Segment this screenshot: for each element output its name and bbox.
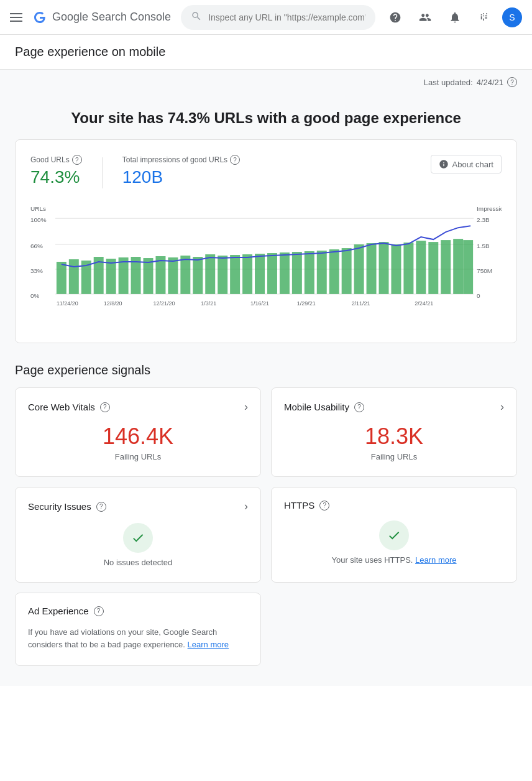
notifications-button[interactable] [443, 5, 467, 30]
svg-text:2/11/21: 2/11/21 [352, 300, 370, 307]
page-title-bar: Page experience on mobile [0, 35, 532, 70]
svg-text:66%: 66% [30, 243, 43, 249]
https-status-text: Your site uses HTTPS. Learn more [331, 555, 456, 565]
header-actions: S [383, 5, 522, 30]
good-urls-help-icon[interactable]: ? [72, 155, 82, 165]
google-logo-icon [32, 10, 47, 25]
svg-text:11/24/20: 11/24/20 [57, 300, 78, 307]
core-web-vitals-help-icon[interactable]: ? [100, 402, 110, 412]
svg-rect-39 [367, 243, 377, 294]
help-button[interactable] [383, 5, 408, 30]
good-urls-stat: Good URLs ? 74.3% [30, 155, 82, 187]
svg-rect-37 [342, 248, 352, 294]
core-web-vitals-metric: 146.4K Failing URLs [28, 423, 248, 461]
signal-card-title-ad-experience: Ad Experience [28, 606, 89, 616]
ad-experience-learn-more-link[interactable]: Learn more [188, 640, 229, 649]
svg-rect-34 [305, 251, 314, 294]
svg-rect-31 [267, 253, 277, 294]
svg-text:750M: 750M [477, 267, 492, 274]
header: Google Search Console S [0, 0, 532, 35]
svg-text:12/21/20: 12/21/20 [153, 300, 175, 307]
signal-card-header-security: Security Issues ? › [28, 500, 248, 513]
search-bar[interactable] [181, 5, 375, 30]
impressions-help-icon[interactable]: ? [230, 155, 240, 165]
svg-rect-36 [329, 249, 339, 294]
svg-text:33%: 33% [30, 267, 43, 274]
signal-card-header-core-web-vitals: Core Web Vitals ? › [28, 400, 248, 414]
last-updated-label: Last updated: [424, 78, 473, 87]
svg-rect-22 [155, 256, 165, 294]
https-help-icon[interactable]: ? [319, 501, 329, 511]
svg-rect-40 [379, 242, 389, 294]
svg-text:1/3/21: 1/3/21 [201, 300, 216, 307]
signal-title-row-security: Security Issues ? [28, 501, 106, 512]
svg-rect-43 [416, 241, 426, 294]
search-input[interactable] [208, 12, 365, 22]
signals-title: Page experience signals [15, 363, 517, 377]
signal-title-row-mobile: Mobile Usability ? [284, 402, 364, 412]
main-content: Last updated: 4/24/21 ? Your site has 74… [0, 70, 532, 686]
menu-icon[interactable] [10, 13, 22, 22]
security-issues-help-icon[interactable]: ? [96, 502, 106, 512]
impressions-label: Total impressions of good URLs ? [122, 155, 240, 165]
svg-text:0: 0 [477, 292, 480, 299]
core-web-vitals-chevron-icon[interactable]: › [244, 400, 248, 414]
core-web-vitals-sublabel: Failing URLs [28, 452, 248, 461]
chart-area: URLs 100% 66% 33% 0% 2.3B 1.5B 750M 0 Im… [30, 193, 502, 333]
svg-rect-15 [69, 259, 79, 294]
svg-rect-26 [205, 254, 215, 294]
header-logo: Google Search Console [32, 10, 171, 25]
signal-card-mobile-usability: Mobile Usability ? › 18.3K Failing URLs [271, 387, 517, 477]
apps-button[interactable] [472, 5, 497, 30]
https-check-circle [379, 520, 409, 550]
last-updated-date: 4/24/21 [477, 78, 503, 87]
signal-card-https: HTTPS ? Your site uses HTTPS. Learn more [271, 487, 517, 583]
avatar[interactable]: S [502, 7, 522, 27]
security-issues-chevron-icon[interactable]: › [244, 500, 248, 513]
last-updated-help-icon[interactable]: ? [507, 77, 517, 87]
users-button[interactable] [413, 5, 438, 30]
signal-card-title-https: HTTPS [284, 500, 314, 511]
mobile-usability-value: 18.3K [284, 423, 504, 450]
signal-title-row-https: HTTPS ? [284, 500, 329, 511]
good-urls-label: Good URLs ? [30, 155, 82, 165]
svg-rect-25 [193, 257, 203, 294]
svg-rect-41 [391, 244, 401, 294]
about-chart-button[interactable]: About chart [431, 155, 502, 173]
https-status: Your site uses HTTPS. Learn more [284, 520, 504, 565]
svg-rect-28 [230, 255, 240, 294]
https-learn-more-link[interactable]: Learn more [415, 555, 456, 565]
signal-card-security-issues: Security Issues ? › No issues detected [15, 487, 261, 583]
svg-text:0%: 0% [30, 292, 40, 299]
mobile-usability-help-icon[interactable]: ? [354, 402, 364, 412]
core-web-vitals-value: 146.4K [28, 423, 248, 450]
chart-svg: URLs 100% 66% 33% 0% 2.3B 1.5B 750M 0 Im… [30, 193, 502, 330]
svg-rect-35 [317, 251, 327, 294]
ad-experience-help-icon[interactable]: ? [94, 606, 104, 616]
impressions-stat: Total impressions of good URLs ? 120B [122, 155, 240, 187]
svg-rect-44 [428, 242, 438, 294]
signal-card-ad-experience: Ad Experience ? If you have ad violation… [15, 593, 261, 666]
svg-text:2.3B: 2.3B [477, 216, 490, 223]
security-check-circle [123, 523, 153, 553]
svg-rect-46 [453, 239, 463, 294]
svg-text:1/16/21: 1/16/21 [250, 300, 269, 307]
security-issues-status: No issues detected [28, 523, 248, 567]
chart-card: Good URLs ? 74.3% Total impressions of g… [15, 139, 517, 343]
https-check-icon [387, 529, 401, 542]
svg-text:Impressions: Impressions [477, 205, 502, 212]
signals-section: Page experience signals Core Web Vitals … [15, 363, 517, 666]
chart-stats: Good URLs ? 74.3% Total impressions of g… [30, 155, 502, 188]
svg-rect-42 [403, 243, 413, 294]
signal-card-title-security-issues: Security Issues [28, 501, 91, 512]
mobile-usability-chevron-icon[interactable]: › [500, 400, 504, 414]
svg-rect-21 [144, 258, 154, 294]
info-icon [439, 159, 449, 169]
svg-text:2/24/21: 2/24/21 [415, 300, 433, 307]
svg-rect-38 [354, 244, 364, 294]
svg-text:100%: 100% [30, 216, 47, 223]
svg-rect-27 [218, 256, 227, 294]
svg-rect-29 [242, 254, 252, 294]
mobile-usability-sublabel: Failing URLs [284, 452, 504, 461]
svg-text:1.5B: 1.5B [477, 243, 490, 249]
